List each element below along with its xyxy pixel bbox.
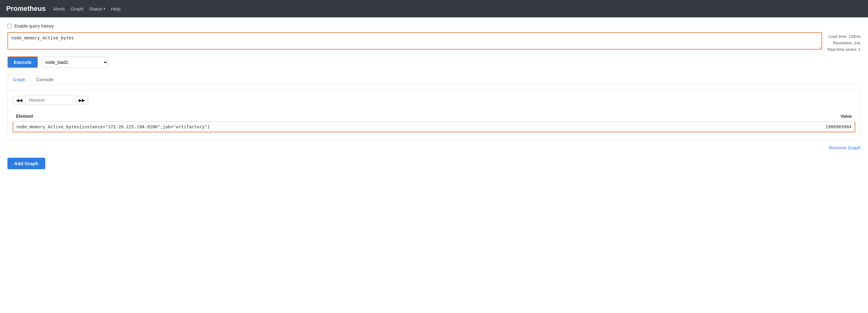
moment-next-button[interactable]: ▶▶	[75, 96, 88, 104]
status-label: Status	[89, 6, 102, 11]
query-history-checkbox[interactable]	[7, 24, 12, 28]
moment-input[interactable]	[26, 95, 75, 105]
total-time-series-stat: Total time series: 1	[827, 46, 861, 53]
status-dropdown[interactable]: Status ▾	[89, 6, 105, 11]
results-table: Element Value node_memory_Active_bytes{i…	[13, 111, 855, 132]
execute-button[interactable]: Execute	[7, 56, 38, 68]
element-cell: node_memory_Active_bytes{instance="172.2…	[13, 122, 737, 132]
load-time-stat: Load time: 128ms	[827, 33, 861, 40]
tab-graph[interactable]: Graph	[7, 74, 31, 85]
moment-prev-button[interactable]: ◀◀	[13, 96, 26, 104]
query-row: node_memory_Active_bytes Load time: 128m…	[7, 32, 861, 53]
tab-console[interactable]: Console	[31, 74, 59, 85]
brand[interactable]: Prometheus	[6, 5, 45, 13]
value-cell: 1900969984	[737, 122, 855, 132]
resolution-stat: Resolution: 14s	[827, 40, 861, 46]
query-history-label: Enable query history	[14, 24, 54, 29]
remove-graph-row: Remove Graph	[7, 144, 861, 152]
query-input[interactable]: node_memory_Active_bytes	[7, 32, 822, 50]
help-link[interactable]: Help	[111, 6, 121, 11]
main-content: Enable query history node_memory_Active_…	[0, 18, 868, 177]
graph-panel: ◀◀ ▶▶ Element Value node_memory_Active_b…	[7, 90, 861, 140]
table-row: node_memory_Active_bytes{instance="172.2…	[13, 122, 855, 132]
query-stats: Load time: 128ms Resolution: 14s Total t…	[827, 32, 861, 53]
query-textarea-wrapper: node_memory_Active_bytes	[7, 32, 822, 51]
navbar: Prometheus Alerts Graph Status ▾ Help	[0, 0, 868, 18]
tabs: Graph Console	[7, 74, 861, 85]
metric-select[interactable]: node_load1 node_memory_Active_bytes	[41, 57, 108, 68]
moment-row: ◀◀ ▶▶	[13, 95, 855, 105]
value-header: Value	[737, 111, 855, 122]
remove-graph-button[interactable]: Remove Graph	[829, 144, 861, 152]
alerts-link[interactable]: Alerts	[53, 6, 65, 11]
query-history-row: Enable query history	[7, 24, 861, 29]
add-graph-button[interactable]: Add Graph	[7, 158, 45, 169]
graph-nav-link[interactable]: Graph	[71, 6, 84, 11]
execute-row: Execute node_load1 node_memory_Active_by…	[7, 56, 861, 68]
element-header: Element	[13, 111, 737, 122]
chevron-down-icon: ▾	[103, 7, 105, 11]
